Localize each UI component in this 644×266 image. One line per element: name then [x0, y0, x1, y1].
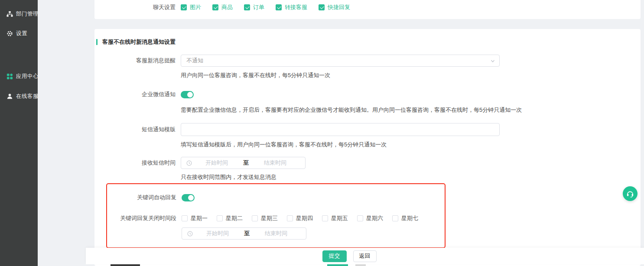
sidebar-item-label: 部门管理	[16, 10, 39, 18]
bottom-edge-fragment	[355, 264, 366, 266]
wecom-notify-toggle[interactable]	[181, 91, 194, 98]
chat-option-transfer[interactable]: 转接客服	[276, 3, 307, 11]
weekday-tuesday[interactable]: 星期二	[217, 214, 243, 222]
range-separator: 至	[242, 230, 251, 237]
apps-grid-icon	[7, 73, 13, 80]
chat-option-quick-reply[interactable]: 快捷回复	[319, 3, 350, 11]
weekday-sunday[interactable]: 星期七	[392, 214, 418, 222]
sms-template-input[interactable]	[181, 123, 500, 136]
checkbox-checked-icon[interactable]	[181, 4, 187, 10]
back-button[interactable]: 返回	[353, 250, 377, 262]
checkbox-checked-icon[interactable]	[319, 4, 325, 10]
sms-template-help: 填写短信通知模版后，用户向同一位客服咨询，客服不在线时，每5分钟只通知一次	[181, 141, 641, 149]
range-separator: 至	[241, 159, 250, 167]
chat-option-order[interactable]: 订单	[244, 3, 264, 11]
offline-notify-card: 客服不在线时新消息通知设置 客服新消息提醒 不通知 用户向同一位客服咨询，客服不…	[94, 29, 641, 266]
submit-button[interactable]: 提交	[322, 250, 347, 262]
weekday-checkbox-group: 星期一 星期二 星期三 星期四	[182, 214, 418, 222]
new-msg-alert-select[interactable]: 不通知	[181, 55, 500, 67]
weekday-monday[interactable]: 星期一	[182, 214, 208, 222]
start-time-placeholder: 开始时间	[192, 159, 241, 167]
keyword-time-range-picker[interactable]: 开始时间 至 结束时间	[182, 227, 306, 240]
sidebar: 部门管理 设置 应用中心 在线客服	[0, 0, 38, 266]
wecom-notify-help: 需要配置企业微信信息，开启后，客服要有对应的企业微信号才能收到通知。用户向同一位…	[181, 106, 641, 114]
bottom-edge-fragment	[111, 264, 140, 266]
weekday-thursday[interactable]: 星期四	[287, 214, 313, 222]
customer-service-float-button[interactable]	[623, 186, 637, 201]
chat-option-image[interactable]: 图片	[181, 3, 201, 11]
sidebar-item-app-center[interactable]: 应用中心	[0, 71, 38, 81]
chat-settings-options: 图片 商品 订单 转接客服 快捷回复	[181, 3, 350, 11]
bottom-edge-fragment	[327, 264, 348, 266]
checkbox-unchecked-icon[interactable]	[322, 215, 328, 221]
checkbox-unchecked-icon[interactable]	[217, 215, 223, 221]
checkbox-unchecked-icon[interactable]	[287, 215, 293, 221]
sitemap-icon	[7, 11, 13, 17]
new-msg-alert-help: 用户向同一位客服咨询，客服不在线时，每5分钟只通知一次	[181, 71, 641, 79]
checkbox-checked-icon[interactable]	[212, 4, 218, 10]
new-msg-alert-label: 客服新消息提醒	[94, 57, 181, 65]
user-icon	[7, 93, 13, 100]
weekday-saturday[interactable]: 星期六	[357, 214, 383, 222]
start-time-placeholder: 开始时间	[193, 230, 242, 237]
weekday-wednesday[interactable]: 星期三	[252, 214, 278, 222]
clock-icon	[187, 231, 193, 237]
sidebar-item-label: 设置	[16, 30, 27, 37]
keyword-auto-reply-label: 关键词自动回复	[107, 194, 182, 201]
keyword-close-period-label: 关键词回复关闭时间段	[107, 214, 182, 222]
end-time-placeholder: 结束时间	[250, 159, 300, 167]
end-time-placeholder: 结束时间	[251, 230, 301, 237]
checkbox-unchecked-icon[interactable]	[357, 215, 363, 221]
keyword-reply-highlight-box: 关键词自动回复 关键词回复关闭时间段 星期一 星期二 星期	[106, 183, 446, 248]
wecom-notify-label: 企业微信通知	[94, 91, 181, 98]
page: 部门管理 设置 应用中心 在线客服	[0, 0, 644, 266]
weekday-friday[interactable]: 星期五	[322, 214, 348, 222]
chat-settings-label: 聊天设置	[94, 3, 181, 11]
sidebar-item-departments[interactable]: 部门管理	[0, 9, 38, 19]
sidebar-item-online-service[interactable]: 在线客服	[0, 91, 38, 101]
checkbox-checked-icon[interactable]	[244, 4, 250, 10]
chat-option-product[interactable]: 商品	[212, 3, 233, 11]
select-value: 不通知	[186, 57, 203, 65]
chevron-down-icon	[491, 59, 495, 63]
sms-time-help: 只在接收时间范围内，才发送短息消息	[181, 173, 641, 181]
checkbox-unchecked-icon[interactable]	[252, 215, 258, 221]
toggle-knob	[188, 195, 194, 201]
sidebar-item-label: 应用中心	[16, 73, 39, 80]
sms-time-range-picker[interactable]: 开始时间 至 结束时间	[181, 157, 306, 169]
sms-time-label: 接收短信时间	[94, 159, 181, 167]
sms-template-label: 短信通知模版	[94, 126, 181, 133]
checkbox-unchecked-icon[interactable]	[392, 215, 398, 221]
footer-action-bar: 提交 返回	[86, 248, 644, 264]
sidebar-item-label: 在线客服	[16, 93, 39, 100]
headset-icon	[626, 189, 634, 198]
checkbox-unchecked-icon[interactable]	[182, 215, 188, 221]
chat-settings-card: 聊天设置 图片 商品 订单 转接客服	[94, 0, 641, 19]
sidebar-item-settings[interactable]: 设置	[0, 28, 38, 39]
section-accent-bar	[96, 39, 98, 45]
keyword-auto-reply-toggle[interactable]	[182, 194, 195, 201]
clock-icon	[186, 160, 192, 166]
gear-icon	[7, 30, 13, 37]
section-title: 客服不在线时新消息通知设置	[102, 38, 176, 46]
checkbox-checked-icon[interactable]	[276, 4, 282, 10]
toggle-knob	[187, 92, 193, 97]
section-header: 客服不在线时新消息通知设置	[96, 38, 641, 46]
